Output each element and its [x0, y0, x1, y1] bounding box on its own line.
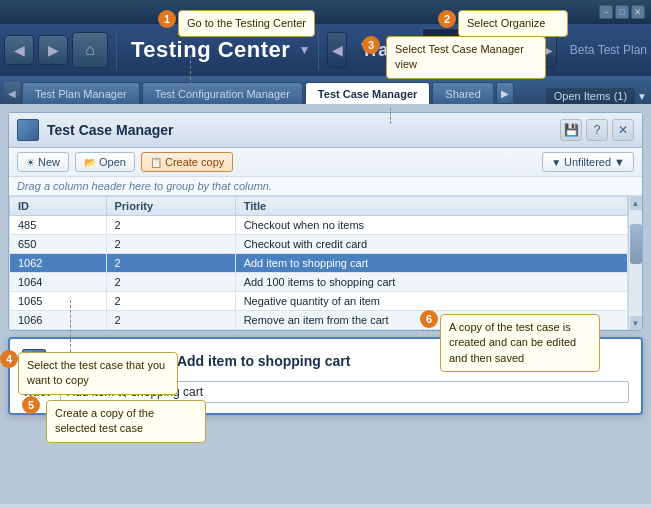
- home-button[interactable]: ⌂: [72, 32, 108, 68]
- app-title: Testing Center: [131, 37, 290, 63]
- beta-label: Beta Test Plan: [570, 43, 647, 57]
- open-items-label[interactable]: Open Items (1): [546, 88, 635, 104]
- table-body: 4852Checkout when no items6502Checkout w…: [10, 216, 628, 330]
- tcm-help-button[interactable]: ?: [586, 119, 608, 141]
- tab-bar: ◀ Test Plan Manager Test Configuration M…: [0, 76, 651, 104]
- new-tc-icon: [22, 349, 46, 373]
- tab-test-config-manager[interactable]: Test Configuration Manager: [142, 82, 303, 104]
- cell-id: 1066: [10, 311, 107, 330]
- nav-right-arrow[interactable]: ▶: [537, 32, 557, 68]
- nav-right-section: Beta Test Plan: [570, 43, 647, 57]
- table-header: ID Priority Title: [10, 197, 628, 216]
- close-icon: ✕: [618, 123, 628, 137]
- back-button[interactable]: ◀: [4, 35, 34, 65]
- table-row[interactable]: 6502Checkout with credit card: [10, 235, 628, 254]
- filter-label: Unfiltered: [564, 156, 611, 168]
- tcm-panel-title: Test Case Manager: [47, 122, 552, 138]
- home-icon: ⌂: [85, 41, 95, 59]
- open-icon: 📂: [84, 157, 96, 168]
- filter-button[interactable]: ▼ Unfiltered ▼: [542, 152, 634, 172]
- cell-priority: 2: [106, 254, 235, 273]
- tab-label: Shared: [445, 88, 480, 100]
- table-container: ID Priority Title 4852Checkout when no i…: [9, 196, 642, 330]
- new-icon: ☀: [26, 157, 35, 168]
- tcm-icon: [17, 119, 39, 141]
- open-label: Open: [99, 156, 126, 168]
- table-row[interactable]: 10662Remove an item from the cart: [10, 311, 628, 330]
- close-window-button[interactable]: ✕: [631, 5, 645, 19]
- tab-label: Test Case Manager: [318, 88, 417, 100]
- col-title: Title: [235, 197, 627, 216]
- tab-shared[interactable]: Shared: [432, 82, 493, 104]
- cell-title: Remove an item from the cart: [235, 311, 627, 330]
- filter-dropdown-icon: ▼: [614, 156, 625, 168]
- tcm-panel: Test Case Manager 💾 ? ✕ ☀ New 📂: [8, 112, 643, 331]
- tab-test-case-manager[interactable]: Test Case Manager: [305, 82, 430, 104]
- open-items-dropdown-icon[interactable]: ▼: [637, 91, 647, 102]
- table-wrapper: ID Priority Title 4852Checkout when no i…: [9, 196, 628, 330]
- cell-priority: 2: [106, 235, 235, 254]
- tab-test-plan-manager[interactable]: Test Plan Manager: [22, 82, 140, 104]
- tab-left-arrow[interactable]: ◀: [4, 82, 20, 104]
- cell-priority: 2: [106, 216, 235, 235]
- table-row[interactable]: 10622Add item to shopping cart: [10, 254, 628, 273]
- col-priority: Priority: [106, 197, 235, 216]
- right-arrow-icon: ▶: [542, 42, 553, 58]
- cell-id: 650: [10, 235, 107, 254]
- create-copy-label: Create copy: [165, 156, 224, 168]
- cell-id: 485: [10, 216, 107, 235]
- left-arrow-icon: ◀: [332, 42, 343, 58]
- new-button[interactable]: ☀ New: [17, 152, 69, 172]
- copy-icon: 📋: [150, 157, 162, 168]
- table-row[interactable]: 10652Negative quantity of an item: [10, 292, 628, 311]
- minimize-button[interactable]: −: [599, 5, 613, 19]
- app-title-dropdown[interactable]: ▼: [298, 43, 310, 57]
- tcm-actions-right: 💾 ? ✕: [560, 119, 634, 141]
- cell-title: Add item to shopping cart: [235, 254, 627, 273]
- cell-title: Checkout with credit card: [235, 235, 627, 254]
- cell-title: Checkout when no items: [235, 216, 627, 235]
- title-input[interactable]: [60, 381, 629, 403]
- drag-hint: Drag a column header here to group by th…: [9, 177, 642, 196]
- cell-id: 1062: [10, 254, 107, 273]
- title-label: Title:: [22, 385, 52, 399]
- tab-label: Test Configuration Manager: [155, 88, 290, 100]
- track-nav-item[interactable]: Track: [351, 36, 418, 65]
- tab-right-section: Open Items (1) ▼: [546, 88, 647, 104]
- main-content: Test Case Manager 💾 ? ✕ ☀ New 📂: [0, 104, 651, 504]
- new-tc-form: Title:: [22, 381, 629, 403]
- nav-divider: [116, 30, 117, 70]
- new-tc-title: New Test Case 1*: Add item to shopping c…: [54, 353, 350, 369]
- table-row[interactable]: 10642Add 100 items to shopping cart: [10, 273, 628, 292]
- tab-more-button[interactable]: ▶: [496, 82, 514, 104]
- tcm-header: Test Case Manager 💾 ? ✕: [9, 113, 642, 148]
- title-bar: − □ ✕: [0, 0, 651, 24]
- cell-id: 1065: [10, 292, 107, 311]
- cell-priority: 2: [106, 292, 235, 311]
- filter-icon: ▼: [551, 157, 561, 168]
- scroll-up-button[interactable]: ▲: [630, 196, 642, 210]
- nav-bar: ◀ ▶ ⌂ Testing Center ▼ ◀ Track Organize …: [0, 24, 651, 76]
- scrollbar-thumb[interactable]: [630, 224, 642, 264]
- new-tc-panel: New Test Case 1*: Add item to shopping c…: [8, 337, 643, 415]
- nav-left-arrow[interactable]: ◀: [327, 32, 347, 68]
- new-tc-header: New Test Case 1*: Add item to shopping c…: [22, 349, 629, 373]
- table-row[interactable]: 4852Checkout when no items: [10, 216, 628, 235]
- tcm-save-button[interactable]: 💾: [560, 119, 582, 141]
- create-copy-button[interactable]: 📋 Create copy: [141, 152, 233, 172]
- maximize-button[interactable]: □: [615, 5, 629, 19]
- open-button[interactable]: 📂 Open: [75, 152, 135, 172]
- organize-nav-item[interactable]: Organize: [422, 28, 533, 72]
- tcm-close-button[interactable]: ✕: [612, 119, 634, 141]
- organize-label: Organize: [439, 40, 516, 61]
- cell-priority: 2: [106, 311, 235, 330]
- nav-divider2: [318, 30, 319, 70]
- vertical-scrollbar[interactable]: ▲ ▼: [628, 196, 642, 330]
- new-label: New: [38, 156, 60, 168]
- save-icon: 💾: [564, 123, 579, 137]
- cell-title: Add 100 items to shopping cart: [235, 273, 627, 292]
- forward-button[interactable]: ▶: [38, 35, 68, 65]
- tab-label: Test Plan Manager: [35, 88, 127, 100]
- col-id: ID: [10, 197, 107, 216]
- scroll-down-button[interactable]: ▼: [630, 316, 642, 330]
